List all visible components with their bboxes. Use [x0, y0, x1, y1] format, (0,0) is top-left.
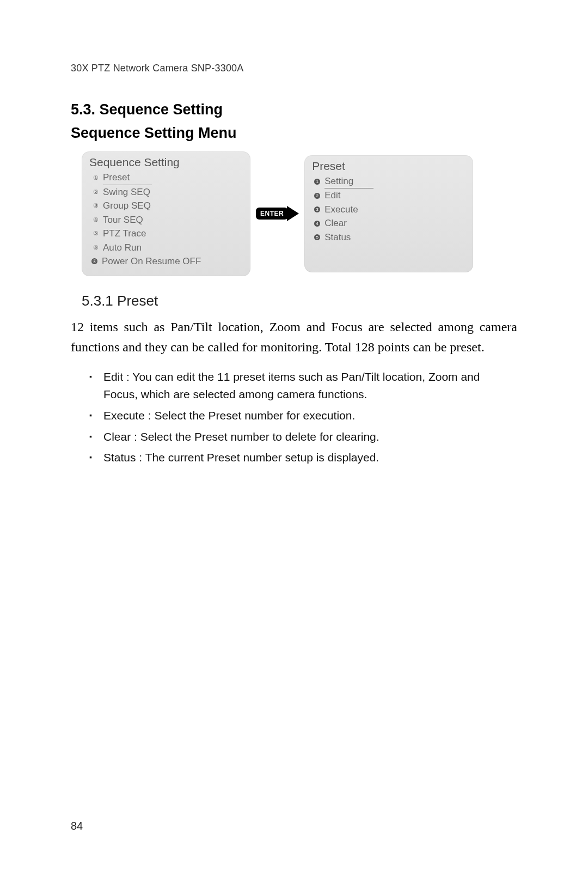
enter-badge: ENTER [256, 208, 288, 220]
num-icon: 4 [314, 221, 320, 227]
bullet-item: Edit : You can edit the 11 preset items … [103, 368, 517, 404]
num-icon: ③ [91, 202, 100, 210]
num-icon: 2 [314, 193, 320, 199]
bullet-item: Execute : Select the Preset number for e… [103, 407, 517, 425]
menu-item-edit: 2Edit [314, 188, 465, 203]
menu-label: Preset [103, 171, 152, 185]
menu-label: Clear [324, 216, 347, 230]
menu-label: Edit [324, 188, 340, 203]
page-number: 84 [71, 820, 83, 832]
menu-item-preset: ①Preset [91, 171, 243, 185]
menu-item-auto-run: ⑥Auto Run [91, 241, 243, 255]
num-icon: ⑤ [91, 229, 100, 238]
menu-item-group: ③Group SEQ [91, 199, 243, 213]
enter-arrow: ENTER [256, 206, 299, 221]
num-icon: ⑦ [91, 258, 97, 264]
menu-item-setting: 1Setting [314, 174, 465, 189]
sequence-setting-panel: Sequence Setting ①Preset ②Swing SEQ ③Gro… [82, 151, 250, 276]
document-header: 30X PTZ Network Camera SNP-3300A [71, 63, 517, 74]
menu-label: Swing SEQ [103, 185, 150, 199]
menu-item-execute: 3Execute [314, 203, 465, 217]
menu-label: Power On Resume OFF [102, 254, 201, 269]
menu-item-ptz-trace: ⑤PTZ Trace [91, 227, 243, 241]
menu-label: Auto Run [103, 241, 142, 255]
menu-item-power-on: ⑦Power On Resume OFF [91, 254, 243, 269]
num-icon: ① [91, 174, 100, 182]
preset-menu-list: 1Setting 2Edit 3Execute 4Clear 5Status [312, 174, 465, 245]
subheading: Sequence Setting Menu [71, 125, 517, 142]
menu-item-tour: ④Tour SEQ [91, 213, 243, 227]
menu-item-status: 5Status [314, 230, 465, 245]
page-content: 30X PTZ Network Camera SNP-3300A 5.3. Se… [0, 0, 588, 467]
menu-label: PTZ Trace [103, 227, 146, 241]
panel-title: Preset [312, 160, 465, 173]
menu-label: Tour SEQ [103, 213, 143, 227]
sequence-menu-list: ①Preset ②Swing SEQ ③Group SEQ ④Tour SEQ … [89, 171, 243, 269]
menu-item-clear: 4Clear [314, 216, 465, 230]
bullet-item: Clear : Select the Preset number to dele… [103, 428, 517, 446]
body-paragraph: 12 items such as Pan/Tilt location, Zoom… [71, 317, 517, 357]
menu-label: Setting [324, 174, 373, 189]
menu-diagram: Sequence Setting ①Preset ②Swing SEQ ③Gro… [71, 151, 517, 276]
bullet-item: Status : The current Preset number setup… [103, 449, 517, 467]
sub-section-heading: 5.3.1 Preset [71, 293, 517, 309]
preset-panel: Preset 1Setting 2Edit 3Execute 4Clear 5S… [304, 155, 473, 272]
menu-item-swing: ②Swing SEQ [91, 185, 243, 199]
num-icon: 5 [314, 234, 320, 240]
arrow-right-icon [287, 206, 299, 221]
num-icon: ⑥ [91, 243, 100, 252]
num-icon: 3 [314, 206, 320, 212]
menu-label: Status [324, 230, 351, 245]
panel-title: Sequence Setting [89, 156, 243, 169]
menu-label: Group SEQ [103, 199, 151, 213]
menu-label: Execute [324, 203, 358, 217]
section-heading: 5.3. Sequence Setting [71, 101, 517, 118]
bullet-list: Edit : You can edit the 11 preset items … [71, 368, 517, 467]
num-icon: ④ [91, 216, 100, 224]
num-icon: ② [91, 188, 100, 196]
num-icon: 1 [314, 179, 320, 185]
